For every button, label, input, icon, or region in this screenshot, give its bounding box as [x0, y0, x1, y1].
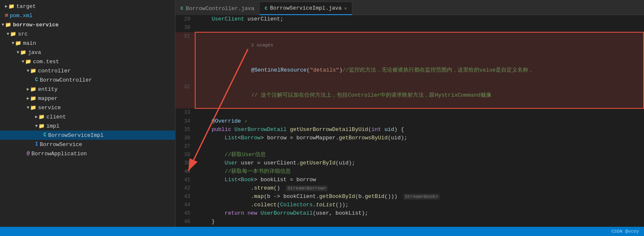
chevron-right-icon: ▶: [5, 4, 8, 9]
sidebar-item-borrow-service[interactable]: ▼ 📁 borrow-service: [0, 20, 175, 29]
line-number: 31: [176, 32, 195, 83]
table-row: 34 @Override ↗: [176, 117, 644, 126]
table-row: 38 //获取User信息: [176, 151, 644, 159]
table-row: 35 public UserBorrowDetail getUserBorrow…: [176, 126, 644, 134]
sidebar-item-label: entity: [38, 86, 58, 92]
sidebar-item-src[interactable]: ▼ 📁 src: [0, 29, 175, 38]
app-icon: @: [27, 151, 30, 156]
chevron-down-icon: ▼: [27, 105, 29, 110]
table-row: 43 .map(b -> bookClient.getBookById(b.ge…: [176, 192, 644, 201]
sidebar-item-com-test[interactable]: ▼ 📁 com.test: [0, 57, 175, 66]
sidebar-item-label: borrow-service: [13, 22, 59, 28]
sidebar-item-impl[interactable]: ▼ 📁 impl: [0, 121, 175, 131]
sidebar-item-service[interactable]: ▼ 📁 service: [0, 103, 175, 112]
chevron-down-icon: ▼: [7, 32, 9, 36]
sidebar-item-label: mapper: [38, 95, 58, 102]
line-number: 44: [176, 201, 195, 209]
table-row: 41 List<Book> bookList = borrow: [176, 176, 644, 184]
java-class-icon: C: [35, 77, 38, 83]
folder-icon: 📁: [25, 59, 31, 65]
sidebar-item-label: BorrowServiceImpl: [48, 132, 104, 139]
line-number: 29: [176, 15, 195, 23]
table-row: 33: [176, 108, 644, 117]
line-content: User user = userClient.getUserById(uid);: [195, 159, 644, 167]
java-class-icon: C: [265, 6, 267, 11]
line-content: [195, 142, 644, 151]
sidebar-item-label: java: [28, 49, 41, 56]
tab-label: BorrowController.java: [186, 5, 255, 12]
folder-icon: 📁: [38, 114, 45, 120]
folder-icon: 📁: [20, 49, 26, 56]
sidebar-item-BorrowService[interactable]: I BorrowService: [0, 140, 175, 149]
folder-icon: 📁: [30, 105, 36, 111]
sidebar-item-label: BorrowController: [40, 77, 92, 83]
chevron-down-icon: ▼: [2, 23, 4, 27]
sidebar-item-label: src: [18, 31, 28, 37]
line-number: 32: [176, 83, 195, 108]
folder-icon: 📁: [30, 86, 36, 92]
line-number: 42: [176, 184, 195, 192]
folder-icon: 📁: [15, 40, 21, 46]
chevron-right-icon: ▶: [35, 114, 38, 119]
folder-icon: 📁: [10, 31, 16, 37]
sidebar-item-BorrowController[interactable]: C BorrowController: [0, 75, 175, 85]
tab-BorrowServiceImpl[interactable]: C BorrowServiceImpl.java ✕: [260, 2, 352, 15]
line-number: 38: [176, 151, 195, 159]
tab-label: BorrowServiceImpl.java: [270, 5, 342, 11]
sidebar-item-java[interactable]: ▼ 📁 java: [0, 48, 175, 57]
table-row: 40 //获取每一本书的详细信息: [176, 167, 644, 176]
line-number: 43: [176, 192, 195, 201]
main-container: ▶ 📁 target m pom.xml ▼ 📁 borrow-service …: [0, 0, 644, 227]
close-tab-button[interactable]: ✕: [344, 6, 347, 11]
table-row: 31 2 usages @SentinelResource("details")…: [176, 32, 644, 83]
java-interface-icon: I: [35, 141, 38, 147]
java-impl-icon: C: [43, 132, 46, 138]
sidebar-item-controller[interactable]: ▼ 📁 controller: [0, 66, 175, 75]
status-bar: CSDN @vcoy: [0, 227, 644, 236]
sidebar-item-main[interactable]: ▼ 📁 main: [0, 38, 175, 48]
folder-icon: 📁: [38, 123, 45, 129]
sidebar-item-label: impl: [46, 123, 59, 129]
sidebar: ▶ 📁 target m pom.xml ▼ 📁 borrow-service …: [0, 0, 176, 227]
code-container[interactable]: 29 UserClient userClient; 30 31: [176, 15, 644, 227]
code-table: 29 UserClient userClient; 30 31: [176, 15, 644, 227]
sidebar-item-entity[interactable]: ▶ 📁 entity: [0, 85, 175, 94]
line-number: 39: [176, 159, 195, 167]
line-number: 34: [176, 117, 195, 126]
sidebar-item-label: pom.xml: [10, 13, 33, 19]
folder-icon: 📁: [5, 22, 11, 28]
line-number: 45: [176, 209, 195, 218]
table-row: 47 }: [176, 226, 644, 227]
table-row: 39 User user = userClient.getUserById(ui…: [176, 159, 644, 167]
table-row: 29 UserClient userClient;: [176, 15, 644, 23]
line-content: return new UserBorrowDetail(user, bookLi…: [195, 209, 644, 218]
line-content: .map(b -> bookClient.getBookById(b.getBi…: [195, 192, 644, 201]
table-row: 44 .collect(Collectors.toList());: [176, 201, 644, 209]
tab-BorrowController[interactable]: C BorrowController.java: [176, 2, 260, 15]
folder-icon: 📁: [30, 95, 36, 102]
sidebar-item-BorrowServiceImpl[interactable]: C BorrowServiceImpl: [0, 131, 175, 140]
line-content: List<Book> bookList = borrow: [195, 176, 644, 184]
sidebar-item-client[interactable]: ▶ 📁 client: [0, 112, 175, 121]
line-number: 41: [176, 176, 195, 184]
editor-area: C BorrowController.java C BorrowServiceI…: [176, 0, 644, 227]
chevron-down-icon: ▼: [12, 41, 14, 46]
sidebar-item-target[interactable]: ▶ 📁 target: [0, 2, 175, 11]
line-content: //获取每一本书的详细信息: [195, 167, 644, 176]
line-content: //获取User信息: [195, 151, 644, 159]
line-content: .collect(Collectors.toList());: [195, 201, 644, 209]
sidebar-item-mapper[interactable]: ▶ 📁 mapper: [0, 94, 175, 103]
java-class-icon: C: [181, 6, 183, 11]
sidebar-item-BorrowApplication[interactable]: @ BorrowApplication: [0, 149, 175, 158]
folder-icon: 📁: [8, 3, 15, 10]
line-content: public UserBorrowDetail getUserBorrowDet…: [195, 126, 644, 134]
line-content: UserClient userClient;: [195, 15, 644, 23]
line-content: }: [195, 226, 644, 227]
sidebar-item-label: client: [46, 114, 66, 120]
table-row: 30: [176, 23, 644, 32]
sidebar-item-label: service: [38, 105, 61, 111]
line-number: 33: [176, 108, 195, 117]
table-row: 37: [176, 142, 644, 151]
table-row: 32 // 这个注解可以加在任何方法上，包括Controller中的请求映射方法…: [176, 83, 644, 108]
sidebar-item-pom[interactable]: m pom.xml: [0, 11, 175, 20]
